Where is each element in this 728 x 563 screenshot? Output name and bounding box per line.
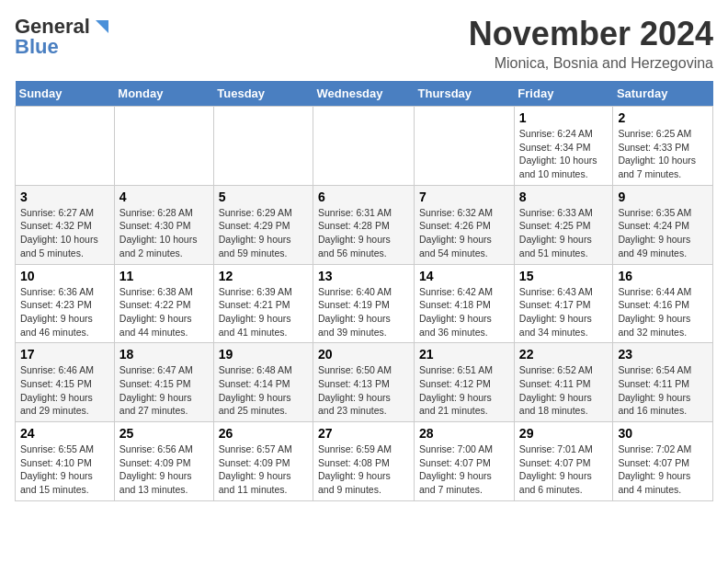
calendar-week-2: 3Sunrise: 6:27 AMSunset: 4:32 PMDaylight… bbox=[16, 185, 713, 264]
day-info: Sunrise: 6:47 AMSunset: 4:15 PMDaylight:… bbox=[119, 363, 209, 418]
subtitle: Mionica, Bosnia and Herzegovina bbox=[469, 55, 713, 72]
day-number: 12 bbox=[219, 269, 308, 283]
day-info: Sunrise: 6:43 AMSunset: 4:17 PMDaylight:… bbox=[519, 285, 609, 339]
day-number: 3 bbox=[20, 190, 109, 204]
calendar-cell: 30Sunrise: 7:02 AMSunset: 4:07 PMDayligh… bbox=[613, 422, 713, 501]
calendar-cell: 2Sunrise: 6:25 AMSunset: 4:33 PMDaylight… bbox=[613, 107, 713, 186]
calendar-cell: 6Sunrise: 6:31 AMSunset: 4:28 PMDaylight… bbox=[313, 185, 415, 264]
calendar-cell: 20Sunrise: 6:50 AMSunset: 4:13 PMDayligh… bbox=[313, 343, 415, 422]
day-info: Sunrise: 6:36 AMSunset: 4:23 PMDaylight:… bbox=[20, 285, 109, 339]
calendar-week-3: 10Sunrise: 6:36 AMSunset: 4:23 PMDayligh… bbox=[16, 264, 713, 343]
logo-blue: Blue bbox=[15, 35, 59, 59]
day-info: Sunrise: 6:51 AMSunset: 4:12 PMDaylight:… bbox=[419, 363, 509, 418]
calendar-cell bbox=[114, 107, 213, 186]
calendar-cell: 27Sunrise: 6:59 AMSunset: 4:08 PMDayligh… bbox=[313, 422, 415, 501]
day-info: Sunrise: 6:24 AMSunset: 4:34 PMDaylight:… bbox=[519, 127, 609, 181]
calendar-cell: 17Sunrise: 6:46 AMSunset: 4:15 PMDayligh… bbox=[16, 343, 115, 422]
weekday-header-row: SundayMondayTuesdayWednesdayThursdayFrid… bbox=[16, 81, 713, 107]
day-number: 22 bbox=[519, 347, 609, 362]
day-number: 7 bbox=[419, 190, 509, 204]
weekday-header-friday: Friday bbox=[514, 81, 613, 107]
calendar-week-1: 1Sunrise: 6:24 AMSunset: 4:34 PMDaylight… bbox=[16, 107, 713, 186]
day-number: 27 bbox=[318, 426, 409, 441]
calendar-cell: 26Sunrise: 6:57 AMSunset: 4:09 PMDayligh… bbox=[213, 422, 313, 501]
weekday-header-sunday: Sunday bbox=[16, 81, 115, 107]
day-info: Sunrise: 6:54 AMSunset: 4:11 PMDaylight:… bbox=[618, 363, 708, 418]
calendar-cell: 12Sunrise: 6:39 AMSunset: 4:21 PMDayligh… bbox=[213, 264, 313, 343]
day-number: 25 bbox=[119, 426, 209, 441]
day-number: 11 bbox=[119, 269, 209, 283]
day-number: 29 bbox=[519, 426, 609, 441]
calendar-cell bbox=[213, 107, 313, 186]
calendar-cell: 28Sunrise: 7:00 AMSunset: 4:07 PMDayligh… bbox=[415, 422, 515, 501]
day-info: Sunrise: 6:55 AMSunset: 4:10 PMDaylight:… bbox=[20, 442, 109, 497]
day-info: Sunrise: 6:31 AMSunset: 4:28 PMDaylight:… bbox=[318, 206, 409, 260]
weekday-header-monday: Monday bbox=[114, 81, 213, 107]
weekday-header-thursday: Thursday bbox=[415, 81, 515, 107]
day-number: 2 bbox=[618, 110, 708, 125]
calendar-week-5: 24Sunrise: 6:55 AMSunset: 4:10 PMDayligh… bbox=[16, 422, 713, 501]
header: General Blue November 2024 Mionica, Bosn… bbox=[15, 15, 713, 72]
calendar-cell: 29Sunrise: 7:01 AMSunset: 4:07 PMDayligh… bbox=[514, 422, 613, 501]
day-info: Sunrise: 6:38 AMSunset: 4:22 PMDaylight:… bbox=[119, 285, 209, 339]
day-number: 15 bbox=[519, 269, 609, 283]
day-info: Sunrise: 6:57 AMSunset: 4:09 PMDaylight:… bbox=[219, 442, 308, 497]
day-number: 10 bbox=[20, 269, 109, 283]
calendar-cell: 5Sunrise: 6:29 AMSunset: 4:29 PMDaylight… bbox=[213, 185, 313, 264]
day-info: Sunrise: 6:42 AMSunset: 4:18 PMDaylight:… bbox=[419, 285, 509, 339]
day-info: Sunrise: 7:02 AMSunset: 4:07 PMDaylight:… bbox=[618, 442, 708, 497]
day-info: Sunrise: 6:29 AMSunset: 4:29 PMDaylight:… bbox=[219, 206, 308, 260]
day-info: Sunrise: 6:32 AMSunset: 4:26 PMDaylight:… bbox=[419, 206, 509, 260]
day-number: 6 bbox=[318, 190, 409, 204]
calendar-cell bbox=[415, 107, 515, 186]
calendar-cell: 8Sunrise: 6:33 AMSunset: 4:25 PMDaylight… bbox=[514, 185, 613, 264]
day-number: 4 bbox=[119, 190, 209, 204]
day-number: 28 bbox=[419, 426, 509, 441]
calendar-cell bbox=[16, 107, 115, 186]
title-area: November 2024 Mionica, Bosnia and Herzeg… bbox=[469, 15, 713, 72]
calendar-cell: 4Sunrise: 6:28 AMSunset: 4:30 PMDaylight… bbox=[114, 185, 213, 264]
day-info: Sunrise: 6:48 AMSunset: 4:14 PMDaylight:… bbox=[219, 363, 308, 418]
day-info: Sunrise: 6:25 AMSunset: 4:33 PMDaylight:… bbox=[618, 127, 708, 181]
day-info: Sunrise: 6:59 AMSunset: 4:08 PMDaylight:… bbox=[318, 442, 409, 497]
day-number: 20 bbox=[318, 347, 409, 362]
svg-marker-0 bbox=[96, 20, 108, 33]
calendar-cell: 15Sunrise: 6:43 AMSunset: 4:17 PMDayligh… bbox=[514, 264, 613, 343]
day-info: Sunrise: 6:52 AMSunset: 4:11 PMDaylight:… bbox=[519, 363, 609, 418]
weekday-header-tuesday: Tuesday bbox=[213, 81, 313, 107]
calendar-cell: 18Sunrise: 6:47 AMSunset: 4:15 PMDayligh… bbox=[114, 343, 213, 422]
day-number: 26 bbox=[219, 426, 308, 441]
calendar-cell: 19Sunrise: 6:48 AMSunset: 4:14 PMDayligh… bbox=[213, 343, 313, 422]
calendar-body: 1Sunrise: 6:24 AMSunset: 4:34 PMDaylight… bbox=[16, 107, 713, 501]
calendar-cell: 9Sunrise: 6:35 AMSunset: 4:24 PMDaylight… bbox=[613, 185, 713, 264]
day-number: 17 bbox=[20, 347, 109, 362]
day-info: Sunrise: 6:56 AMSunset: 4:09 PMDaylight:… bbox=[119, 442, 209, 497]
day-info: Sunrise: 6:35 AMSunset: 4:24 PMDaylight:… bbox=[618, 206, 708, 260]
weekday-header-wednesday: Wednesday bbox=[313, 81, 415, 107]
day-number: 8 bbox=[519, 190, 609, 204]
day-number: 14 bbox=[419, 269, 509, 283]
day-info: Sunrise: 6:50 AMSunset: 4:13 PMDaylight:… bbox=[318, 363, 409, 418]
calendar-cell: 14Sunrise: 6:42 AMSunset: 4:18 PMDayligh… bbox=[415, 264, 515, 343]
weekday-header-saturday: Saturday bbox=[613, 81, 713, 107]
calendar-week-4: 17Sunrise: 6:46 AMSunset: 4:15 PMDayligh… bbox=[16, 343, 713, 422]
day-info: Sunrise: 6:33 AMSunset: 4:25 PMDaylight:… bbox=[519, 206, 609, 260]
calendar-cell bbox=[313, 107, 415, 186]
day-info: Sunrise: 7:00 AMSunset: 4:07 PMDaylight:… bbox=[419, 442, 509, 497]
day-info: Sunrise: 6:40 AMSunset: 4:19 PMDaylight:… bbox=[318, 285, 409, 339]
day-number: 18 bbox=[119, 347, 209, 362]
calendar-cell: 11Sunrise: 6:38 AMSunset: 4:22 PMDayligh… bbox=[114, 264, 213, 343]
logo-triangle-icon bbox=[92, 17, 112, 37]
calendar-cell: 13Sunrise: 6:40 AMSunset: 4:19 PMDayligh… bbox=[313, 264, 415, 343]
calendar-cell: 25Sunrise: 6:56 AMSunset: 4:09 PMDayligh… bbox=[114, 422, 213, 501]
day-number: 23 bbox=[618, 347, 708, 362]
calendar-cell: 7Sunrise: 6:32 AMSunset: 4:26 PMDaylight… bbox=[415, 185, 515, 264]
calendar-cell: 24Sunrise: 6:55 AMSunset: 4:10 PMDayligh… bbox=[16, 422, 115, 501]
calendar-cell: 3Sunrise: 6:27 AMSunset: 4:32 PMDaylight… bbox=[16, 185, 115, 264]
logo: General Blue bbox=[15, 15, 112, 59]
day-number: 5 bbox=[219, 190, 308, 204]
calendar-cell: 23Sunrise: 6:54 AMSunset: 4:11 PMDayligh… bbox=[613, 343, 713, 422]
day-info: Sunrise: 6:27 AMSunset: 4:32 PMDaylight:… bbox=[20, 206, 109, 260]
day-number: 19 bbox=[219, 347, 308, 362]
day-number: 24 bbox=[20, 426, 109, 441]
